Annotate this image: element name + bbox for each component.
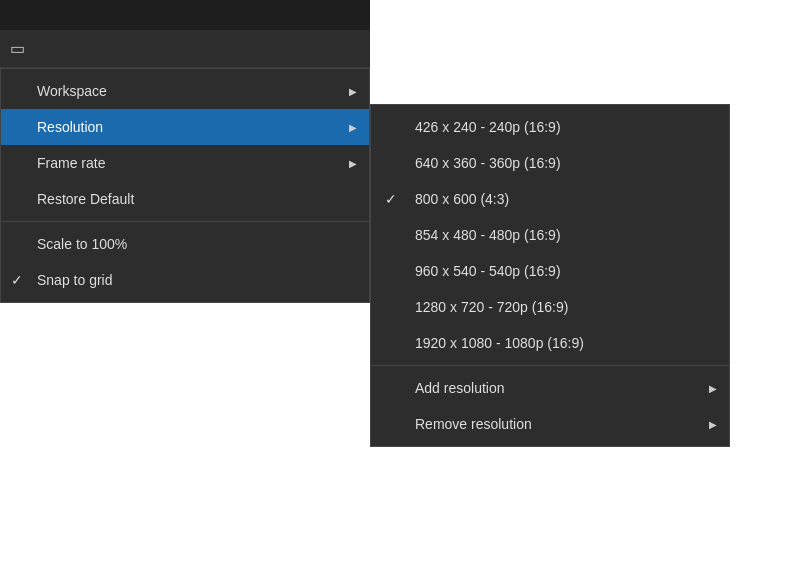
menu-item-label: Workspace [37, 83, 107, 99]
monitor-icon: ▭ [10, 39, 25, 58]
check-icon: ✓ [385, 191, 397, 207]
action-label: Add resolution [415, 380, 505, 396]
resolution-separator [371, 365, 729, 366]
resolution-item-res-480[interactable]: ✓854 x 480 - 480p (16:9) [371, 217, 729, 253]
menu-item-workspace[interactable]: ✓Workspace▶ [1, 73, 369, 109]
menu-item-label: Snap to grid [37, 272, 113, 288]
resolution-submenu: ✓426 x 240 - 240p (16:9)✓640 x 360 - 360… [370, 104, 730, 447]
action-label: Remove resolution [415, 416, 532, 432]
resolution-label: 960 x 540 - 540p (16:9) [415, 263, 561, 279]
menu-item-label: Scale to 100% [37, 236, 127, 252]
resolution-item-res-360[interactable]: ✓640 x 360 - 360p (16:9) [371, 145, 729, 181]
resolution-label: 426 x 240 - 240p (16:9) [415, 119, 561, 135]
menu-item-frame-rate[interactable]: ✓Frame rate▶ [1, 145, 369, 181]
menu-item-snap-to-grid[interactable]: ✓Snap to grid [1, 262, 369, 298]
submenu-arrow-icon: ▶ [709, 383, 717, 394]
resolution-label: 1920 x 1080 - 1080p (16:9) [415, 335, 584, 351]
resolution-item-res-720[interactable]: ✓1280 x 720 - 720p (16:9) [371, 289, 729, 325]
title-bar [0, 0, 370, 30]
submenu-arrow-icon: ▶ [709, 419, 717, 430]
submenu-arrow-icon: ▶ [349, 122, 357, 133]
resolution-item-res-600[interactable]: ✓800 x 600 (4:3) [371, 181, 729, 217]
resolution-label: 640 x 360 - 360p (16:9) [415, 155, 561, 171]
resolution-action-remove-resolution[interactable]: Remove resolution▶ [371, 406, 729, 442]
submenu-arrow-icon: ▶ [349, 86, 357, 97]
menu-item-resolution[interactable]: ✓Resolution▶ [1, 109, 369, 145]
menu-item-label: Restore Default [37, 191, 134, 207]
menu-item-scale-100[interactable]: ✓Scale to 100% [1, 226, 369, 262]
menu-item-label: Frame rate [37, 155, 105, 171]
resolution-label: 1280 x 720 - 720p (16:9) [415, 299, 568, 315]
resolution-label: 854 x 480 - 480p (16:9) [415, 227, 561, 243]
primary-context-menu: ✓Workspace▶✓Resolution▶✓Frame rate▶✓Rest… [0, 68, 370, 303]
resolution-action-add-resolution[interactable]: Add resolution▶ [371, 370, 729, 406]
menu-item-restore-default[interactable]: ✓Restore Default [1, 181, 369, 217]
menu-item-label: Resolution [37, 119, 103, 135]
resolution-item-res-1080[interactable]: ✓1920 x 1080 - 1080p (16:9) [371, 325, 729, 361]
resolution-label: 800 x 600 (4:3) [415, 191, 509, 207]
resolution-item-res-240[interactable]: ✓426 x 240 - 240p (16:9) [371, 109, 729, 145]
menu-separator [1, 221, 369, 222]
resolution-item-res-540[interactable]: ✓960 x 540 - 540p (16:9) [371, 253, 729, 289]
check-icon: ✓ [11, 272, 23, 288]
submenu-arrow-icon: ▶ [349, 158, 357, 169]
window-header: ▭ [0, 30, 370, 68]
